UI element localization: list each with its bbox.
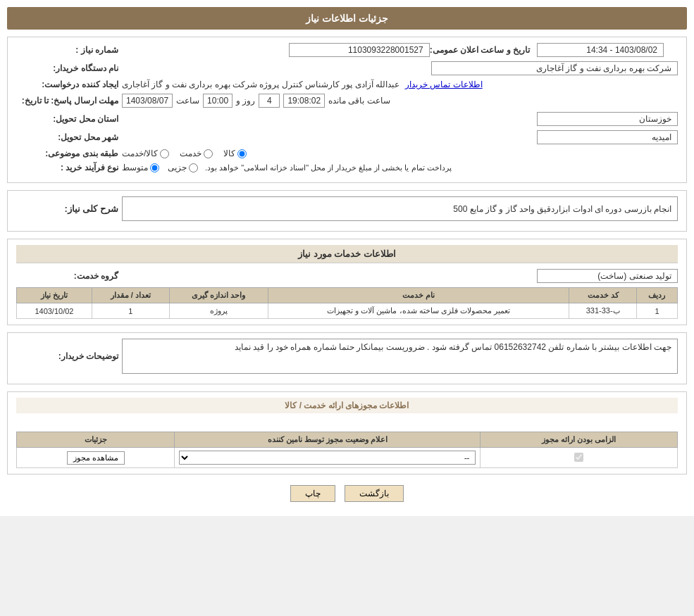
services-table-container: ردیف کد خدمت نام خدمت واحد اندازه گیری ت…: [16, 287, 678, 319]
permits-table-container: الزامی بودن ارائه مجوز اعلام وضعیت مجوز …: [16, 432, 678, 468]
process-type-row: نوع فرآیند خرید : متوسط جزیی پرداخت تمام…: [16, 163, 678, 172]
services-section: اطلاعات خدمات مورد نیاز گروه خدمت: تولید…: [7, 239, 687, 325]
province-value-container: خوزستان: [122, 112, 678, 126]
cell-date: 1403/10/02: [17, 303, 92, 319]
buyer-station-value: شرکت بهره برداری نفت و گاز آغاجاری: [431, 61, 678, 75]
category-kala-radio[interactable]: [237, 149, 247, 158]
permit-required-checkbox[interactable]: [574, 453, 583, 462]
view-permit-button[interactable]: مشاهده مجوز: [67, 451, 125, 465]
need-number-row: شماره نیاز : 1103093228001527 1403/08/02…: [16, 43, 678, 57]
deadline-label: مهلت ارسال پاسخ: تا تاریخ:: [16, 96, 122, 106]
page-container: جزئیات اطلاعات نیاز شماره نیاز : 1103093…: [0, 0, 694, 516]
permits-section: اطلاعات مجوزهای ارائه خدمت / کالا الزامی…: [7, 391, 687, 474]
table-row: -- مشاهده مجوز: [17, 448, 678, 468]
city-value: امیدیه: [537, 130, 678, 144]
city-row: شهر محل تحویل: امیدیه: [16, 130, 678, 144]
city-label: شهر محل تحویل:: [16, 132, 122, 142]
buyer-notes-text: جهت اطلاعات بیشتر با شماره تلفن 06152632…: [235, 342, 671, 352]
category-kala-khidmat-radio[interactable]: [160, 149, 169, 158]
deadline-date-row: 1403/08/07 ساعت 10:00 روز و 4 19:08:02 س…: [122, 94, 390, 108]
need-summary-row: شرح کلی نیاز: انجام بازرسی دوره ای ادوات…: [16, 196, 678, 221]
deadline-days: 4: [259, 94, 280, 108]
col-date: تاریخ نیاز: [17, 288, 92, 303]
main-info-section: شماره نیاز : 1103093228001527 1403/08/02…: [7, 37, 687, 183]
process-container: متوسط جزیی پرداخت تمام یا بخشی از مبلغ خ…: [122, 163, 678, 172]
cell-quantity: 1: [92, 303, 169, 319]
category-khidmat-radio[interactable]: [204, 149, 213, 158]
province-row: استان محل تحویل: خوزستان: [16, 112, 678, 126]
permits-spacer: [16, 417, 678, 428]
deadline-row: مهلت ارسال پاسخ: تا تاریخ: 1403/08/07 سا…: [16, 94, 678, 108]
process-juz-i-label: جزیی: [168, 163, 187, 172]
buyer-station-label: نام دستگاه خریدار:: [16, 63, 122, 73]
cell-permit-required: [481, 448, 678, 468]
col-permit-details: جزئیات: [17, 432, 175, 448]
deadline-days-label: روز و: [236, 96, 255, 106]
back-button[interactable]: بازگشت: [345, 485, 404, 502]
creator-contact-link[interactable]: اطلاعات تماس خریدار: [405, 80, 483, 89]
page-header: جزئیات اطلاعات نیاز: [7, 7, 687, 30]
service-group-label: گروه خدمت:: [16, 271, 122, 281]
need-summary-value: انجام بازرسی دوره ای ادوات ابزاردقیق واح…: [122, 196, 678, 221]
col-service-name: نام خدمت: [268, 288, 569, 303]
print-button[interactable]: چاپ: [290, 485, 335, 502]
process-radio-group: متوسط جزیی: [122, 163, 198, 172]
service-group-value: تولید صنعتی (ساخت): [537, 269, 678, 283]
province-value: خوزستان: [537, 112, 678, 126]
creator-row: ایجاد کننده درخواست: عبدالله آزادی پور ک…: [16, 80, 678, 89]
creator-label: ایجاد کننده درخواست:: [16, 80, 122, 89]
process-juz-i-radio[interactable]: [189, 163, 198, 172]
deadline-remaining: 19:08:02: [283, 94, 325, 108]
col-quantity: تعداد / مقدار: [92, 288, 169, 303]
need-number-value: 1103093228001527: [289, 43, 430, 57]
page-title: جزئیات اطلاعات نیاز: [306, 13, 388, 24]
announce-date-value: 1403/08/02 - 14:34: [537, 43, 664, 57]
deadline-remaining-label: ساعت باقی مانده: [328, 96, 390, 106]
process-juz-i: جزیی: [168, 163, 198, 172]
need-summary-label: شرح کلی نیاز:: [16, 203, 122, 214]
service-group-row: گروه خدمت: تولید صنعتی (ساخت): [16, 269, 678, 283]
cell-service-code: ب-33-331: [569, 303, 637, 319]
need-summary-text: انجام بازرسی دوره ای ادوات ابزاردقیق واح…: [453, 204, 671, 214]
category-kala-khidmat-label: کالا/خدمت: [122, 149, 158, 158]
footer-buttons: بازگشت چاپ: [7, 485, 687, 502]
need-number-value-container: 1103093228001527: [122, 43, 430, 57]
cell-service-name: تعمیر محصولات فلزی ساخته شده، ماشین آلات…: [268, 303, 569, 319]
service-group-value-container: تولید صنعتی (ساخت): [122, 269, 678, 283]
creator-value-container: عبدالله آزادی پور کارشناس کنترل پروژه شر…: [122, 80, 678, 89]
services-section-title: اطلاعات خدمات مورد نیاز: [16, 245, 678, 263]
category-khidmat-label: خدمت: [180, 149, 202, 158]
city-value-container: امیدیه: [122, 130, 678, 144]
cell-permit-status: --: [175, 448, 481, 468]
permits-section-title: اطلاعات مجوزهای ارائه خدمت / کالا: [16, 398, 678, 413]
permit-status-dropdown[interactable]: --: [179, 451, 476, 465]
services-table: ردیف کد خدمت نام خدمت واحد اندازه گیری ت…: [16, 287, 678, 319]
deadline-time: 10:00: [203, 94, 233, 108]
category-row: طبقه بندی موضوعی: کالا/خدمت خدمت کالا: [16, 149, 678, 158]
col-permit-status: اعلام وضعیت مجوز توسط نامین کننده: [175, 432, 481, 448]
cell-permit-details: مشاهده مجوز: [17, 448, 175, 468]
process-mutawasit: متوسط: [122, 163, 159, 172]
announce-date-label: تاریخ و ساعت اعلان عمومی:: [430, 45, 533, 55]
process-label: نوع فرآیند خرید :: [16, 163, 122, 172]
cell-unit: پروژه: [169, 303, 268, 319]
col-permit-required: الزامی بودن ارائه مجوز: [481, 432, 678, 448]
buyer-station-row: نام دستگاه خریدار: شرکت بهره برداری نفت …: [16, 61, 678, 75]
services-table-header-row: ردیف کد خدمت نام خدمت واحد اندازه گیری ت…: [17, 288, 678, 303]
category-label: طبقه بندی موضوعی:: [16, 149, 122, 158]
announce-date-container: 1403/08/02 - 14:34 تاریخ و ساعت اعلان عم…: [430, 43, 664, 57]
col-unit: واحد اندازه گیری: [169, 288, 268, 303]
process-mutawasit-radio[interactable]: [150, 163, 159, 172]
province-label: استان محل تحویل:: [16, 114, 122, 124]
buyer-notes-value-container: جهت اطلاعات بیشتر با شماره تلفن 06152632…: [122, 339, 678, 374]
col-service-code: کد خدمت: [569, 288, 637, 303]
buyer-notes-row: توضیحات خریدار: جهت اطلاعات بیشتر با شما…: [16, 339, 678, 374]
buyer-notes-label: توضیحات خریدار:: [16, 351, 122, 361]
need-summary-value-container: انجام بازرسی دوره ای ادوات ابزاردقیق واح…: [122, 196, 678, 221]
creator-value: عبدالله آزادی پور کارشناس کنترل پروژه شر…: [122, 80, 399, 89]
need-summary-section: شرح کلی نیاز: انجام بازرسی دوره ای ادوات…: [7, 190, 687, 232]
buyer-notes-section: توضیحات خریدار: جهت اطلاعات بیشتر با شما…: [7, 332, 687, 384]
permits-table: الزامی بودن ارائه مجوز اعلام وضعیت مجوز …: [16, 432, 678, 468]
category-kala: کالا: [223, 149, 247, 158]
category-kala-label: کالا: [223, 149, 235, 158]
